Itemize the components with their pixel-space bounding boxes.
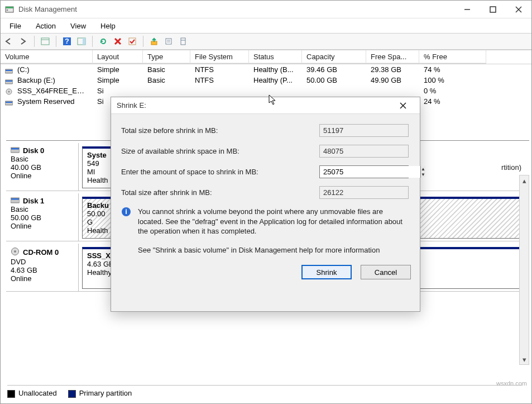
svg-rect-31	[11, 148, 19, 150]
check-icon[interactable]	[127, 36, 137, 46]
disk-icon	[11, 146, 20, 155]
svg-rect-4	[490, 7, 496, 12]
svg-rect-25	[6, 80, 12, 82]
svg-text:?: ?	[65, 37, 69, 45]
volume-icon	[5, 67, 14, 74]
col-type[interactable]: Type	[143, 50, 190, 64]
volume-icon	[5, 78, 14, 84]
col-percent-free[interactable]: % Free	[419, 50, 486, 64]
svg-point-27	[8, 91, 10, 92]
volume-icon	[5, 99, 14, 106]
col-capacity[interactable]: Capacity	[302, 50, 366, 64]
legend: Unallocated Primary partition	[7, 385, 522, 398]
svg-rect-1	[6, 7, 13, 8]
window-title: Disk Management	[18, 5, 454, 13]
svg-rect-33	[11, 198, 19, 200]
app-icon	[5, 5, 14, 14]
col-status[interactable]: Status	[249, 50, 302, 64]
menu-file[interactable]: File	[3, 20, 28, 32]
refresh-icon[interactable]	[98, 36, 108, 46]
dialog-close-button[interactable]	[392, 98, 414, 113]
maximize-button[interactable]	[480, 1, 506, 18]
info-icon: i	[121, 207, 132, 259]
menu-action[interactable]: Action	[29, 20, 63, 32]
svg-rect-20	[181, 38, 185, 45]
menu-view[interactable]: View	[64, 20, 93, 32]
label-enter-amount: Enter the amount of space to shrink in M…	[121, 168, 319, 176]
minimize-button[interactable]	[454, 1, 480, 18]
vertical-scrollbar[interactable]: ▴ ▾	[519, 175, 529, 365]
volume-row[interactable]: Backup (E:)SimpleBasicNTFSHealthy (P...5…	[1, 75, 531, 85]
scroll-down-icon[interactable]: ▾	[520, 354, 529, 364]
svg-rect-15	[129, 38, 136, 45]
settings-icon[interactable]	[178, 36, 188, 46]
disk-icon	[11, 247, 20, 258]
disk-info[interactable]: Disk 0Basic40.00 GBOnline	[6, 143, 79, 191]
shrink-amount-input[interactable]	[320, 166, 420, 178]
svg-rect-12	[83, 38, 85, 45]
label-total-before: Total size before shrink in MB:	[121, 126, 319, 135]
spinner-down-icon[interactable]: ▼	[421, 172, 425, 177]
show-hide-console-tree-icon[interactable]	[40, 36, 50, 46]
disk-info[interactable]: Disk 1Basic50.00 GBOnline	[6, 193, 79, 241]
value-total-after: 26122	[319, 186, 409, 199]
back-button[interactable]	[4, 36, 14, 46]
disk-icon	[11, 197, 20, 205]
svg-text:i: i	[125, 207, 127, 216]
menubar: File Action View Help	[1, 18, 531, 33]
cancel-button[interactable]: Cancel	[361, 265, 411, 279]
dialog-titlebar: Shrink E:	[111, 97, 420, 114]
value-total-before: 51197	[319, 124, 409, 137]
delete-icon[interactable]	[113, 36, 123, 46]
volume-icon	[5, 88, 14, 95]
forward-button[interactable]	[18, 36, 28, 46]
action-pane-icon[interactable]	[76, 36, 87, 46]
volume-list-header: Volume Layout Type File System Status Ca…	[1, 50, 531, 64]
svg-rect-23	[6, 70, 12, 71]
info-text-1: You cannot shrink a volume beyond the po…	[138, 207, 410, 236]
legend-primary: Primary partition	[68, 389, 132, 398]
svg-rect-29	[6, 102, 12, 103]
shrink-button[interactable]: Shrink	[301, 265, 352, 279]
col-layout[interactable]: Layout	[93, 50, 143, 64]
volume-row[interactable]: SSS_X64FREE_EN-...Si0 %	[1, 85, 531, 96]
disk-management-window: Disk Management File Action View Help ? …	[0, 0, 532, 404]
col-free-space[interactable]: Free Spa...	[366, 50, 419, 64]
legend-label: Primary partition	[79, 389, 132, 397]
partition[interactable]: Syste549 MIHealth	[82, 146, 113, 188]
svg-point-2	[7, 9, 8, 11]
shrink-amount-stepper[interactable]: ▲ ▼	[319, 165, 409, 178]
help-icon[interactable]: ?	[62, 36, 72, 46]
label-available: Size of available shrink space in MB:	[121, 147, 319, 155]
shrink-dialog: Shrink E: Total size before shrink in MB…	[111, 97, 420, 312]
toolbar: ?	[1, 33, 531, 50]
close-button[interactable]	[506, 1, 531, 18]
volume-row[interactable]: (C:)SimpleBasicNTFSHealthy (B...39.46 GB…	[1, 64, 531, 75]
svg-point-35	[14, 250, 16, 253]
label-total-after: Total size after shrink in MB:	[121, 188, 319, 197]
svg-rect-7	[41, 38, 49, 45]
menu-help[interactable]: Help	[94, 20, 122, 32]
legend-label: Unallocated	[18, 389, 57, 397]
partition[interactable]: Backu50.00 GHealth	[82, 197, 113, 239]
col-volume[interactable]: Volume	[1, 50, 93, 64]
info-text-2: See "Shrink a basic volume" in Disk Mana…	[138, 245, 410, 255]
spinner-up-icon[interactable]: ▲	[421, 166, 425, 172]
value-available: 48075	[319, 145, 409, 158]
watermark: wsxdn.com	[496, 380, 527, 387]
legend-unallocated: Unallocated	[7, 389, 57, 398]
col-filesystem[interactable]: File System	[190, 50, 249, 64]
disk-info[interactable]: CD-ROM 0DVD4.63 GBOnline	[6, 244, 79, 291]
properties-icon[interactable]	[164, 36, 174, 46]
dialog-title: Shrink E:	[117, 101, 392, 110]
svg-rect-17	[166, 39, 171, 44]
titlebar: Disk Management	[1, 1, 531, 18]
upload-icon[interactable]	[149, 36, 159, 46]
scroll-up-icon[interactable]: ▴	[520, 175, 529, 186]
